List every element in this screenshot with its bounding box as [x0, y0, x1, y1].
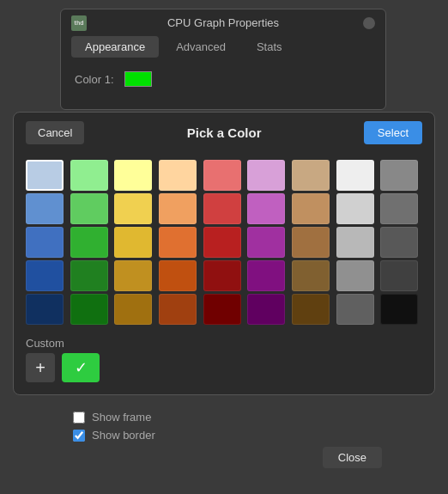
color-cell[interactable]: [159, 227, 197, 258]
color-cell[interactable]: [380, 260, 418, 291]
color-cell[interactable]: [380, 193, 418, 224]
color-cell[interactable]: [247, 160, 285, 191]
color-cell[interactable]: [26, 260, 64, 291]
color-cell[interactable]: [26, 160, 64, 191]
color1-row: Color 1:: [61, 66, 385, 92]
show-frame-checkbox[interactable]: [73, 412, 85, 424]
color-cell[interactable]: [114, 193, 152, 224]
color-cell[interactable]: [203, 193, 241, 224]
color-cell[interactable]: [70, 260, 108, 291]
color-cell[interactable]: [114, 260, 152, 291]
color-cell[interactable]: [380, 294, 418, 325]
color-cell[interactable]: [336, 227, 374, 258]
bottom-options: Show frame Show border Close: [73, 411, 382, 468]
color-cell[interactable]: [336, 160, 374, 191]
select-button[interactable]: Select: [364, 121, 422, 144]
color-cell[interactable]: [159, 160, 197, 191]
tab-bar: Appearance Advanced Stats: [61, 36, 385, 58]
picker-title: Pick a Color: [187, 125, 262, 140]
tab-advanced[interactable]: Advanced: [162, 36, 239, 58]
color-cell[interactable]: [247, 260, 285, 291]
color-cell[interactable]: [247, 193, 285, 224]
color-cell[interactable]: [159, 193, 197, 224]
show-border-checkbox[interactable]: [73, 430, 85, 442]
color-cell[interactable]: [70, 193, 108, 224]
color-cell[interactable]: [159, 294, 197, 325]
color1-swatch[interactable]: [124, 71, 152, 87]
color-cell[interactable]: [70, 160, 108, 191]
color-picker-panel: Cancel Pick a Color Select Custom + ✓: [13, 112, 435, 395]
color-cell[interactable]: [380, 227, 418, 258]
show-border-row: Show border: [73, 429, 382, 442]
color1-label: Color 1:: [75, 73, 114, 86]
color-cell[interactable]: [26, 193, 64, 224]
color-cell[interactable]: [70, 227, 108, 258]
custom-check-button[interactable]: ✓: [62, 353, 100, 382]
color-cell[interactable]: [114, 227, 152, 258]
close-btn-row: Close: [73, 447, 382, 468]
color-cell[interactable]: [203, 260, 241, 291]
custom-add-button[interactable]: +: [26, 353, 55, 382]
color-cell[interactable]: [26, 227, 64, 258]
show-border-label: Show border: [92, 429, 155, 442]
color-cell[interactable]: [114, 160, 152, 191]
close-button[interactable]: Close: [323, 447, 382, 468]
window-title: CPU Graph Properties: [167, 16, 279, 29]
window-icon: thd: [71, 15, 87, 31]
cancel-button[interactable]: Cancel: [26, 121, 84, 144]
custom-row: + ✓: [14, 353, 434, 382]
color-cell[interactable]: [292, 160, 330, 191]
color-cell[interactable]: [159, 260, 197, 291]
tab-appearance[interactable]: Appearance: [71, 36, 159, 58]
title-bar: thd CPU Graph Properties: [61, 9, 385, 36]
color-cell[interactable]: [203, 160, 241, 191]
show-frame-label: Show frame: [92, 411, 151, 424]
color-cell[interactable]: [336, 193, 374, 224]
color-cell[interactable]: [292, 260, 330, 291]
show-frame-row: Show frame: [73, 411, 382, 424]
window-close-btn[interactable]: [363, 17, 375, 29]
color-cell[interactable]: [203, 227, 241, 258]
color-cell[interactable]: [114, 294, 152, 325]
color-cell[interactable]: [292, 294, 330, 325]
color-cell[interactable]: [380, 160, 418, 191]
color-grid: [14, 153, 434, 332]
color-cell[interactable]: [247, 227, 285, 258]
custom-label: Custom: [14, 332, 434, 353]
color-cell[interactable]: [336, 260, 374, 291]
color-cell[interactable]: [26, 294, 64, 325]
bg-window: thd CPU Graph Properties Appearance Adva…: [60, 9, 386, 110]
color-cell[interactable]: [70, 294, 108, 325]
color-cell[interactable]: [203, 294, 241, 325]
color-cell[interactable]: [336, 294, 374, 325]
picker-header: Cancel Pick a Color Select: [14, 113, 434, 153]
color-cell[interactable]: [292, 193, 330, 224]
tab-stats[interactable]: Stats: [243, 36, 296, 58]
color-cell[interactable]: [292, 227, 330, 258]
color-cell[interactable]: [247, 294, 285, 325]
